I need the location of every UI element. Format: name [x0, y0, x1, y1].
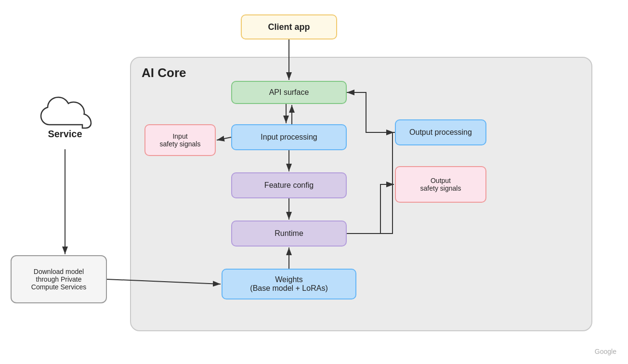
feature-config-label: Feature config: [264, 181, 314, 190]
input-safety-label: Inputsafety signals: [160, 132, 201, 148]
weights-label: Weights(Base model + LoRAs): [250, 275, 327, 293]
runtime-label: Runtime: [275, 229, 303, 238]
ai-core-box: [130, 57, 592, 331]
runtime-box: Runtime: [231, 221, 347, 247]
feature-config-box: Feature config: [231, 172, 347, 198]
client-app-label: Client app: [268, 22, 310, 32]
input-safety-box: Inputsafety signals: [144, 124, 216, 156]
output-processing-label: Output processing: [409, 128, 472, 137]
client-app-box: Client app: [241, 14, 337, 39]
download-model-box: Download modelthrough PrivateCompute Ser…: [11, 255, 107, 303]
api-surface-box: API surface: [231, 81, 347, 104]
api-surface-label: API surface: [269, 88, 309, 97]
ai-core-label: AI Core: [142, 65, 186, 80]
download-model-label: Download modelthrough PrivateCompute Ser…: [31, 268, 86, 291]
google-logo: Google: [595, 348, 616, 355]
input-processing-label: Input processing: [261, 133, 317, 142]
output-safety-box: Outputsafety signals: [395, 166, 486, 203]
service-label: Service: [48, 129, 82, 140]
service-cloud: Service: [24, 86, 106, 148]
output-safety-label: Outputsafety signals: [420, 177, 461, 192]
cloud-icon: [36, 95, 94, 133]
input-processing-box: Input processing: [231, 124, 347, 150]
weights-box: Weights(Base model + LoRAs): [222, 269, 356, 299]
diagram-container: Client app AI Core API surface Input pro…: [0, 0, 628, 364]
output-processing-box: Output processing: [395, 119, 486, 145]
